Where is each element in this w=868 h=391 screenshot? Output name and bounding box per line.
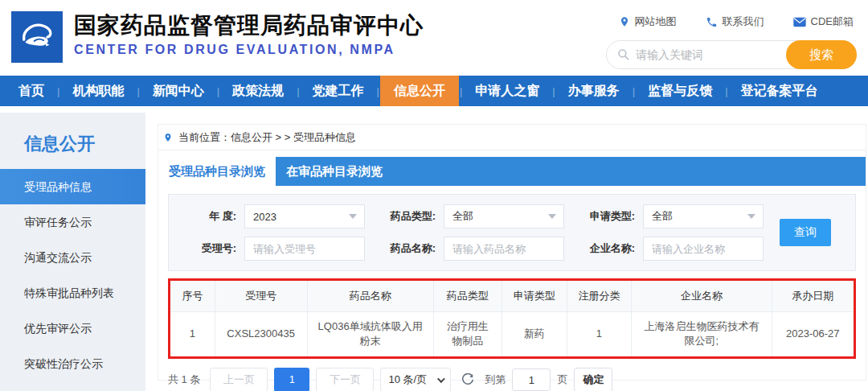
- prev-page-button[interactable]: 上一页: [210, 368, 268, 391]
- main-nav: 首页 机构职能 新闻中心 政策法规 党建工作 信息公开 申请人之窗 办事服务 监…: [0, 76, 868, 106]
- chevron-down-icon: [747, 214, 755, 219]
- drug-type-field: 药品类型: 全部: [379, 204, 564, 228]
- page-1-button[interactable]: 1: [274, 368, 309, 391]
- nav-item-info-disclosure[interactable]: 信息公开: [380, 76, 459, 106]
- nav-item-policy[interactable]: 政策法规: [220, 76, 296, 106]
- mail-icon: [793, 17, 806, 27]
- query-button[interactable]: 查询: [780, 219, 831, 246]
- goto-prefix-label: 到第: [485, 372, 506, 387]
- cde-logo: [11, 11, 63, 63]
- contact-label: 联系我们: [723, 14, 764, 29]
- table-header-row: 序号 受理号 药品名称 药品类型 申请类型 注册分类 企业名称 承办日期: [170, 281, 854, 311]
- drug-type-label: 药品类型:: [379, 209, 436, 224]
- nav-item-org[interactable]: 机构职能: [60, 76, 136, 106]
- cell-date: 2023-06-27: [772, 311, 854, 356]
- site-header: 国家药品监督管理局药品审评中心 CENTER FOR DRUG EVALUATI…: [0, 0, 868, 76]
- brand-block: 国家药品监督管理局药品审评中心 CENTER FOR DRUG EVALUATI…: [74, 12, 424, 57]
- filter-row-2: 受理号: 药品名称: 企业名称:: [180, 236, 844, 261]
- cell-apply-type: 新药: [502, 311, 567, 356]
- company-input[interactable]: [643, 237, 764, 261]
- mailbox-label: CDE邮箱: [811, 14, 854, 29]
- site-subtitle: CENTER FOR DRUG EVALUATION, NMPA: [74, 43, 424, 57]
- drug-name-field: 药品名称:: [379, 237, 564, 261]
- col-date: 承办日期: [772, 281, 854, 311]
- sidebar-item-three-in-one[interactable]: 三合一序列公示: [0, 381, 145, 391]
- col-accept-no: 受理号: [215, 281, 307, 311]
- tab-bar: 受理品种目录浏览 在审品种目录浏览: [158, 157, 866, 186]
- sidebar-item-accepted-varieties[interactable]: 受理品种信息: [0, 169, 145, 204]
- drug-type-value: 全部: [452, 209, 473, 224]
- apply-type-field: 申请类型: 全部: [579, 204, 764, 228]
- cell-accept-no: CXSL2300435: [215, 311, 307, 356]
- drug-name-label: 药品名称:: [379, 241, 436, 256]
- sidebar-item-communication[interactable]: 沟通交流公示: [0, 240, 145, 275]
- cell-drug-name: LQ036单域抗体吸入用粉末: [307, 311, 433, 356]
- search-bar: 搜索: [606, 40, 857, 69]
- search-button[interactable]: 搜索: [786, 40, 857, 69]
- breadcrumb-text: 当前位置：信息公开 > > 受理品种信息: [178, 130, 356, 145]
- sidebar-item-priority-review[interactable]: 优先审评公示: [0, 311, 145, 346]
- page-size-select[interactable]: 10 条/页: [380, 368, 451, 391]
- next-page-button[interactable]: 下一页: [316, 368, 374, 391]
- accept-no-input[interactable]: [244, 237, 365, 261]
- location-pin-icon: [163, 132, 173, 143]
- confirm-button[interactable]: 确定: [574, 368, 612, 391]
- col-company: 企业名称: [632, 281, 772, 311]
- company-label: 企业名称:: [579, 241, 635, 256]
- map-pin-icon: [619, 15, 630, 28]
- chevron-down-icon: [349, 214, 357, 219]
- apply-type-select[interactable]: 全部: [643, 204, 764, 228]
- cell-reg-class: 1: [567, 311, 632, 356]
- filter-panel: 年 度: 2023 药品类型: 全部 申请类型: 全部: [168, 194, 856, 271]
- apply-type-value: 全部: [652, 209, 673, 224]
- nav-item-services[interactable]: 办事服务: [556, 76, 632, 106]
- nav-item-applicant[interactable]: 申请人之窗: [463, 76, 551, 106]
- col-seq: 序号: [170, 281, 215, 311]
- table-row[interactable]: 1 CXSL2300435 LQ036单域抗体吸入用粉末 治疗用生物制品 新药 …: [170, 311, 854, 356]
- tab-under-review-catalog[interactable]: 在审品种目录浏览: [276, 157, 393, 186]
- year-label: 年 度:: [180, 209, 236, 224]
- search-icon: [617, 48, 630, 61]
- nav-item-supervision[interactable]: 监督与反馈: [636, 76, 724, 106]
- phone-icon: [706, 16, 718, 28]
- year-field: 年 度: 2023: [180, 204, 365, 228]
- swan-logo-icon: [16, 16, 58, 58]
- nav-item-home[interactable]: 首页: [6, 76, 56, 106]
- year-select[interactable]: 2023: [244, 204, 365, 228]
- accept-no-field: 受理号:: [180, 237, 365, 261]
- sidebar-item-breakthrough[interactable]: 突破性治疗公示: [0, 346, 145, 381]
- main-panel: 当前位置：信息公开 > > 受理品种信息 受理品种目录浏览 在审品种目录浏览 年…: [158, 124, 866, 381]
- cell-drug-type: 治疗用生物制品: [433, 311, 502, 356]
- goto-page-input[interactable]: [512, 368, 551, 391]
- chevron-down-icon: [437, 375, 445, 383]
- nav-item-registration[interactable]: 登记备案平台: [729, 76, 830, 106]
- col-drug-name: 药品名称: [307, 281, 433, 311]
- refresh-icon[interactable]: [461, 373, 474, 386]
- site-title: 国家药品监督管理局药品审评中心: [74, 12, 424, 39]
- cell-seq: 1: [170, 311, 215, 356]
- contact-link[interactable]: 联系我们: [706, 14, 764, 29]
- results-table-highlight: 序号 受理号 药品名称 药品类型 申请类型 注册分类 企业名称 承办日期 1 C…: [168, 278, 856, 359]
- cell-company: 上海洛启生物医药技术有限公司;: [632, 311, 772, 356]
- drug-type-select[interactable]: 全部: [444, 204, 564, 228]
- sidebar-item-review-tasks[interactable]: 审评任务公示: [0, 204, 145, 240]
- nav-item-party[interactable]: 党建工作: [301, 76, 376, 106]
- accept-no-label: 受理号:: [180, 241, 236, 256]
- sitemap-link[interactable]: 网站地图: [619, 14, 677, 29]
- col-drug-type: 药品类型: [433, 281, 502, 311]
- mailbox-link[interactable]: CDE邮箱: [793, 14, 854, 29]
- filter-row-1: 年 度: 2023 药品类型: 全部 申请类型: 全部: [180, 204, 844, 229]
- sidebar-title: 信息公开: [0, 113, 145, 169]
- goto-suffix-label: 页: [557, 372, 567, 387]
- drug-name-input[interactable]: [444, 237, 564, 261]
- col-reg-class: 注册分类: [567, 281, 632, 311]
- nav-item-news[interactable]: 新闻中心: [141, 76, 216, 106]
- quick-links: 网站地图 联系我们 CDE邮箱: [619, 14, 854, 29]
- results-table: 序号 受理号 药品名称 药品类型 申请类型 注册分类 企业名称 承办日期 1 C…: [170, 281, 854, 356]
- company-field: 企业名称:: [579, 237, 764, 261]
- tab-accepted-catalog[interactable]: 受理品种目录浏览: [158, 157, 276, 186]
- col-apply-type: 申请类型: [502, 281, 567, 311]
- apply-type-label: 申请类型:: [579, 209, 635, 224]
- total-count: 共 1 条: [168, 372, 200, 387]
- sidebar-item-special-approval[interactable]: 特殊审批品种列表: [0, 275, 145, 311]
